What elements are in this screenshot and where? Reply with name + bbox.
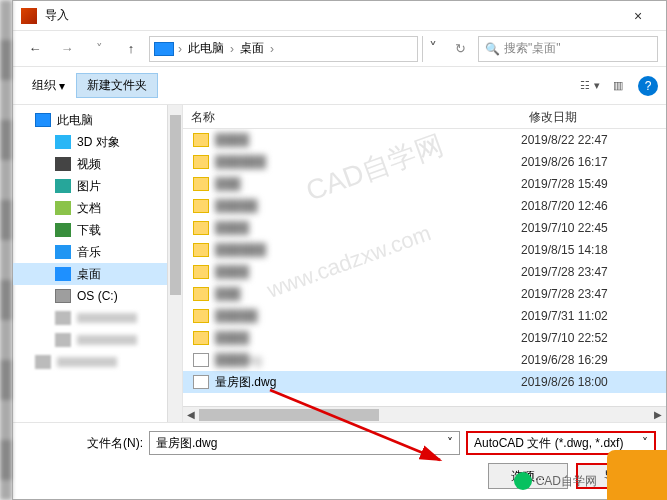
corner-badge [607,450,667,500]
search-input[interactable]: 🔍 搜索"桌面" [478,36,658,62]
folder-icon [193,287,209,301]
tree-label [77,335,137,345]
file-row[interactable]: 量房图.dwg2019/8/26 18:00 [183,371,666,393]
folder-icon [193,243,209,257]
tree-label: 视频 [77,156,101,173]
file-name: ████vg [215,353,521,367]
refresh-button[interactable]: ↻ [446,36,474,62]
file-icon [193,375,209,389]
file-row[interactable]: ████2019/8/22 22:47 [183,129,666,151]
tree-icon [55,245,71,259]
file-name: ███ [215,177,521,191]
sidebar-item[interactable]: 下载 [13,219,182,241]
sidebar-item[interactable] [13,329,182,351]
tree-icon [55,135,71,149]
view-mode-button[interactable]: ☷ ▾ [576,75,604,97]
file-row[interactable]: ██████2019/8/15 14:18 [183,239,666,261]
folder-icon [193,265,209,279]
sidebar-item[interactable]: 此电脑 [13,109,182,131]
back-button[interactable]: ← [21,36,49,62]
sidebar-item[interactable]: 3D 对象 [13,131,182,153]
file-row[interactable]: ███2019/7/28 15:49 [183,173,666,195]
file-date: 2019/8/26 18:00 [521,375,666,389]
chevron-down-icon[interactable]: ˅ [642,436,648,450]
file-row[interactable]: █████2019/7/31 11:02 [183,305,666,327]
search-placeholder: 搜索"桌面" [504,40,561,57]
sidebar-item[interactable]: OS (C:) [13,285,182,307]
tree-icon [35,355,51,369]
wechat-icon [514,472,532,490]
filename-input[interactable]: 量房图.dwg ˅ [149,431,460,455]
folder-icon [193,331,209,345]
file-date: 2018/7/20 12:46 [521,199,666,213]
file-name: ██████ [215,243,521,257]
file-date: 2019/7/28 23:47 [521,265,666,279]
tree-label: 此电脑 [57,112,93,129]
up-button[interactable]: ↑ [117,36,145,62]
file-name: █████ [215,199,521,213]
tree-icon [55,223,71,237]
file-date: 2019/7/28 15:49 [521,177,666,191]
scroll-right-icon[interactable]: ▶ [650,407,666,422]
file-row[interactable]: ████2019/7/28 23:47 [183,261,666,283]
chevron-right-icon: › [268,42,276,56]
forward-button[interactable]: → [53,36,81,62]
file-row[interactable]: ██████2019/8/26 16:17 [183,151,666,173]
file-scrollbar-h[interactable]: ◀ ▶ [183,406,666,422]
folder-icon [193,199,209,213]
tree-icon [55,289,71,303]
tree-icon [55,157,71,171]
sidebar-item[interactable]: 视频 [13,153,182,175]
recent-dropdown[interactable]: ˅ [85,36,113,62]
file-row[interactable]: █████2018/7/20 12:46 [183,195,666,217]
tree-label: 文档 [77,200,101,217]
file-row[interactable]: ████2019/7/10 22:52 [183,327,666,349]
sidebar-item[interactable]: 音乐 [13,241,182,263]
file-date: 2019/7/28 23:47 [521,287,666,301]
path-dropdown[interactable]: ˅ [422,36,442,62]
file-row[interactable]: ████2019/7/10 22:45 [183,217,666,239]
breadcrumb[interactable]: › 此电脑 › 桌面 › [149,36,418,62]
folder-icon [193,133,209,147]
tree-icon [55,311,71,325]
tree-icon [55,179,71,193]
file-date: 2019/8/15 14:18 [521,243,666,257]
crumb-desktop[interactable]: 桌面 [238,40,266,57]
file-row[interactable]: ████vg2019/6/28 16:29 [183,349,666,371]
sidebar-scrollbar[interactable] [167,105,182,422]
folder-icon [193,177,209,191]
column-name[interactable]: 名称 [183,105,521,128]
sidebar-item[interactable]: 桌面 [13,263,182,285]
help-button[interactable]: ? [638,76,658,96]
crumb-pc[interactable]: 此电脑 [186,40,226,57]
sidebar-item[interactable]: 文档 [13,197,182,219]
chevron-right-icon: › [176,42,184,56]
chevron-down-icon: ▾ [59,79,65,93]
file-name: ████ [215,265,521,279]
tree-label: 3D 对象 [77,134,120,151]
sidebar-item[interactable]: 图片 [13,175,182,197]
chevron-down-icon[interactable]: ˅ [447,436,453,450]
new-folder-button[interactable]: 新建文件夹 [76,73,158,98]
file-date: 2019/7/10 22:45 [521,221,666,235]
tree-icon [55,333,71,347]
column-date[interactable]: 修改日期 [521,105,666,128]
file-icon [193,353,209,367]
chevron-right-icon: › [228,42,236,56]
tree-label: OS (C:) [77,289,118,303]
sidebar-item[interactable] [13,307,182,329]
scroll-left-icon[interactable]: ◀ [183,407,199,422]
file-name: ██████ [215,155,521,169]
file-name: ████ [215,221,521,235]
search-icon: 🔍 [485,42,500,56]
close-button[interactable]: × [618,8,658,24]
folder-icon [193,309,209,323]
file-date: 2019/8/22 22:47 [521,133,666,147]
preview-pane-button[interactable]: ▥ [604,75,632,97]
app-icon [21,8,37,24]
file-name: █████ [215,309,521,323]
tree-label: 桌面 [77,266,101,283]
organize-button[interactable]: 组织 ▾ [21,73,76,98]
file-row[interactable]: ███2019/7/28 23:47 [183,283,666,305]
sidebar-item[interactable] [13,351,182,373]
